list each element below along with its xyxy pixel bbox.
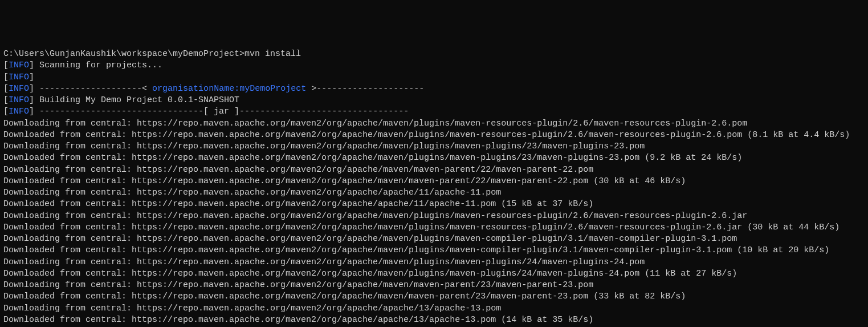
log-line: Downloading from central: https://repo.m… xyxy=(3,187,865,199)
log-line: Downloading from central: https://repo.m… xyxy=(3,257,865,268)
terminal-output: C:\Users\GunjanKaushik\workspace\myDemoP… xyxy=(3,49,865,327)
log-line: Downloaded from central: https://repo.ma… xyxy=(3,222,865,233)
log-line: Downloaded from central: https://repo.ma… xyxy=(3,245,865,256)
log-line: Downloaded from central: https://repo.ma… xyxy=(3,152,865,164)
log-line: Downloaded from central: https://repo.ma… xyxy=(3,199,865,210)
project-coordinates: organisationName:myDemoProject xyxy=(152,84,306,94)
download-log-lines: Downloading from central: https://repo.m… xyxy=(3,118,865,328)
log-line: Downloaded from central: https://repo.ma… xyxy=(3,130,865,141)
log-line: Downloaded from central: https://repo.ma… xyxy=(3,268,865,280)
info-line-scanning: [INFO] Scanning for projects... xyxy=(3,60,865,71)
log-line: Downloaded from central: https://repo.ma… xyxy=(3,291,865,302)
log-line: Downloading from central: https://repo.m… xyxy=(3,164,865,176)
command-prompt-line: C:\Users\GunjanKaushik\workspace\myDemoP… xyxy=(3,49,865,60)
info-line-jar-divider: [INFO] --------------------------------[… xyxy=(3,106,865,118)
log-line: Downloading from central: https://repo.m… xyxy=(3,118,865,130)
info-line-project-divider: [INFO] --------------------< organisatio… xyxy=(3,83,865,95)
log-line: Downloaded from central: https://repo.ma… xyxy=(3,176,865,187)
log-line: Downloaded from central: https://repo.ma… xyxy=(3,314,865,326)
log-line: Downloading from central: https://repo.m… xyxy=(3,211,865,222)
info-line-building: [INFO] Building My Demo Project 0.0.1-SN… xyxy=(3,95,865,106)
log-line: Downloading from central: https://repo.m… xyxy=(3,233,865,245)
log-line: Downloading from central: https://repo.m… xyxy=(3,303,865,314)
log-line: Downloading from central: https://repo.m… xyxy=(3,141,865,152)
info-line-empty: [INFO] xyxy=(3,72,865,83)
log-line: Downloading from central: https://repo.m… xyxy=(3,280,865,291)
